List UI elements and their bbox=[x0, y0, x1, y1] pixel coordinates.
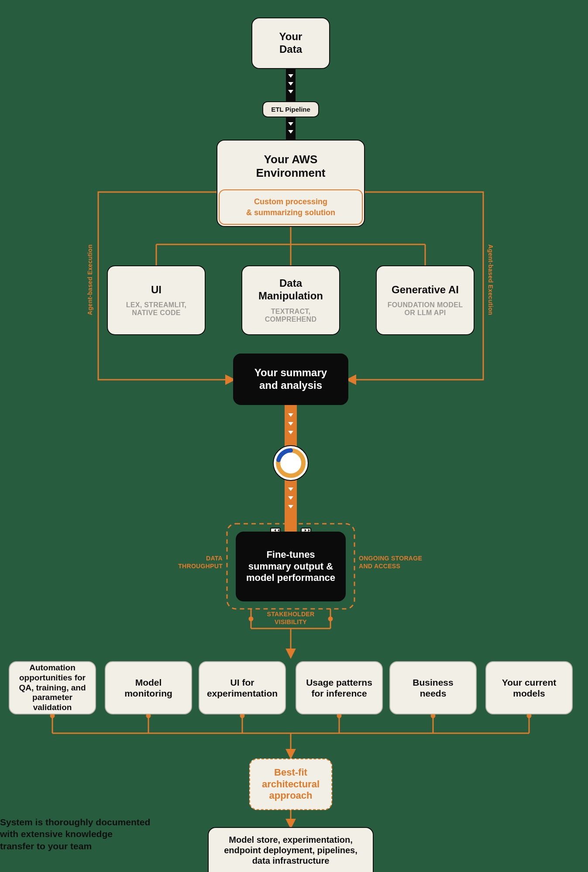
svg-point-32 bbox=[286, 458, 296, 468]
tag-stakeholder: STAKEHOLDER VISIBILITY bbox=[260, 610, 321, 626]
node-mlops: Model store, experimentation, endpoint d… bbox=[208, 827, 374, 872]
node-your-data: Your Data bbox=[251, 17, 330, 69]
svg-point-26 bbox=[241, 714, 244, 718]
consider-business: Business needs bbox=[413, 677, 453, 699]
node-aws-environment: Your AWS Environment Custom processing &… bbox=[217, 140, 365, 227]
ui-sub: LEX, STREAMLIT, NATIVE CODE bbox=[126, 301, 187, 317]
node-summary-analysis: Your summary and analysis bbox=[233, 354, 348, 405]
genai-title: Generative AI bbox=[392, 284, 459, 296]
node-etl-pipeline: ETL Pipeline bbox=[262, 101, 319, 117]
connector-etl-to-aws bbox=[286, 117, 296, 141]
node-data-manipulation: Data Manipulation TEXTRACT, COMPREHEND bbox=[241, 265, 340, 335]
node-ui: UI LEX, STREAMLIT, NATIVE CODE bbox=[107, 265, 206, 335]
summary-title: Your summary and analysis bbox=[254, 367, 327, 392]
connector-data-to-etl bbox=[286, 68, 296, 102]
data-manip-sub: TEXTRACT, COMPREHEND bbox=[265, 308, 317, 323]
consider-monitoring: Model monitoring bbox=[124, 677, 172, 699]
tag-data-throughput: DATA THROUGHPUT bbox=[175, 554, 223, 570]
svg-rect-1 bbox=[286, 117, 296, 141]
connectors-layer bbox=[0, 0, 588, 872]
node-generative-ai: Generative AI FOUNDATION MODEL OR LLM AP… bbox=[376, 265, 475, 335]
aws-env-inner: Custom processing & summarizing solution bbox=[219, 189, 363, 225]
footnote: System is thoroughly documented with ext… bbox=[0, 816, 175, 852]
label-agent-left: Agent-based Execution bbox=[86, 244, 93, 315]
node-consider-business: Business needs bbox=[389, 661, 477, 714]
svg-point-25 bbox=[147, 714, 150, 718]
your-data-title: Your Data bbox=[279, 31, 303, 56]
genai-sub: FOUNDATION MODEL OR LLM API bbox=[388, 301, 463, 317]
consider-usage: Usage patterns for inference bbox=[306, 677, 372, 699]
svg-rect-0 bbox=[286, 68, 296, 102]
node-consider-usage: Usage patterns for inference bbox=[296, 661, 383, 714]
best-fit-title: Best-fit architectural approach bbox=[262, 767, 320, 801]
svg-point-15 bbox=[249, 617, 253, 621]
logo-medallion bbox=[273, 445, 309, 481]
tag-ongoing-storage: ONGOING STORAGE AND ACCESS bbox=[359, 554, 433, 570]
svg-point-28 bbox=[431, 714, 435, 718]
label-agent-right: Agent-based Execution bbox=[487, 244, 494, 315]
consider-models: Your current models bbox=[502, 677, 556, 699]
consider-automation: Automation opportunities for QA, trainin… bbox=[18, 663, 86, 713]
node-consider-monitoring: Model monitoring bbox=[105, 661, 192, 714]
node-consider-automation: Automation opportunities for QA, trainin… bbox=[9, 661, 96, 714]
node-consider-models: Your current models bbox=[485, 661, 573, 714]
svg-point-16 bbox=[329, 617, 332, 621]
node-fine-tunes: Fine-tunes summary output & model perfor… bbox=[236, 532, 346, 601]
connector-six-to-bestfit bbox=[51, 714, 531, 757]
mlops-body: Model store, experimentation, endpoint d… bbox=[224, 834, 358, 866]
data-manip-title: Data Manipulation bbox=[258, 277, 323, 302]
aws-env-title: Your AWS Environment bbox=[256, 153, 326, 180]
svg-point-29 bbox=[527, 714, 531, 718]
consider-ui-exp: UI for experimentation bbox=[207, 677, 278, 699]
fine-tunes-title: Fine-tunes summary output & model perfor… bbox=[246, 549, 335, 584]
node-best-fit: Best-fit architectural approach bbox=[249, 759, 332, 810]
ui-title: UI bbox=[151, 284, 162, 296]
svg-point-27 bbox=[337, 714, 341, 718]
svg-point-24 bbox=[51, 714, 54, 718]
node-consider-ui-exp: UI for experimentation bbox=[199, 661, 286, 714]
